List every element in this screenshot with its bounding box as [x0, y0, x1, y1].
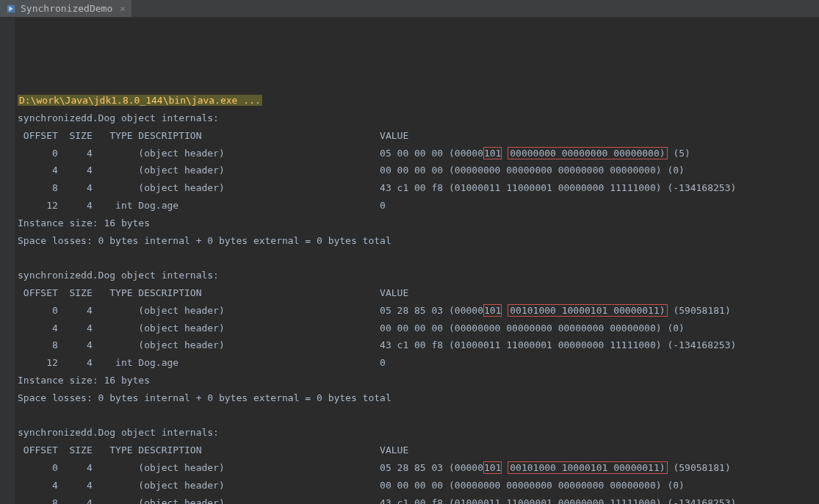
tab-bar: SynchronizedDemo ×	[0, 0, 819, 18]
columns-header: OFFSET SIZE TYPE DESCRIPTION VALUE	[18, 127, 819, 145]
close-icon[interactable]: ×	[120, 3, 126, 14]
block-header: synchronizedd.Dog object internals:	[18, 424, 819, 442]
columns-header: OFFSET SIZE TYPE DESCRIPTION VALUE	[18, 284, 819, 302]
table-row: 4 4 (object header) 00 00 00 00 (0000000…	[18, 162, 819, 179]
console-output: D:\work\Java\jdk1.8.0_144\bin\java.exe .…	[0, 18, 819, 504]
highlight-bits: 101	[483, 147, 502, 159]
blank-line	[18, 249, 819, 267]
block-header: synchronizedd.Dog object internals:	[18, 267, 819, 284]
table-row: 0 4 (object header) 05 28 85 03 (0000010…	[18, 302, 819, 320]
table-row: 0 4 (object header) 05 00 00 00 (0000010…	[18, 145, 819, 162]
tab-title: SynchronizedDemo	[21, 3, 112, 14]
block-header: synchronizedd.Dog object internals:	[18, 109, 819, 127]
instance-size: Instance size: 16 bytes	[18, 372, 819, 389]
console-content[interactable]: D:\work\Java\jdk1.8.0_144\bin\java.exe .…	[18, 70, 819, 504]
columns-header: OFFSET SIZE TYPE DESCRIPTION VALUE	[18, 442, 819, 459]
highlight-bytes: 00101000 10000101 00000011)	[508, 304, 667, 317]
table-row: 8 4 (object header) 43 c1 00 f8 (0100001…	[18, 179, 819, 197]
highlight-bytes: 00000000 00000000 00000000)	[508, 147, 667, 159]
command-line: D:\work\Java\jdk1.8.0_144\bin\java.exe .…	[18, 95, 262, 106]
table-row: 8 4 (object header) 43 c1 00 f8 (0100001…	[18, 494, 819, 504]
tab-synchronized-demo[interactable]: SynchronizedDemo ×	[0, 0, 131, 17]
table-row: 12 4 int Dog.age 0	[18, 354, 819, 372]
gutter	[0, 18, 15, 504]
space-losses: Space losses: 0 bytes internal + 0 bytes…	[18, 389, 819, 407]
space-losses: Space losses: 0 bytes internal + 0 bytes…	[18, 232, 819, 250]
table-row: 12 4 int Dog.age 0	[18, 197, 819, 215]
run-icon	[6, 4, 16, 14]
table-row: 0 4 (object header) 05 28 85 03 (0000010…	[18, 459, 819, 477]
blank-line	[18, 407, 819, 425]
highlight-bytes: 00101000 10000101 00000011)	[508, 461, 667, 474]
table-row: 4 4 (object header) 00 00 00 00 (0000000…	[18, 477, 819, 494]
highlight-bits: 101	[483, 461, 502, 474]
table-row: 4 4 (object header) 00 00 00 00 (0000000…	[18, 320, 819, 337]
instance-size: Instance size: 16 bytes	[18, 215, 819, 232]
table-row: 8 4 (object header) 43 c1 00 f8 (0100001…	[18, 336, 819, 354]
highlight-bits: 101	[483, 304, 502, 317]
